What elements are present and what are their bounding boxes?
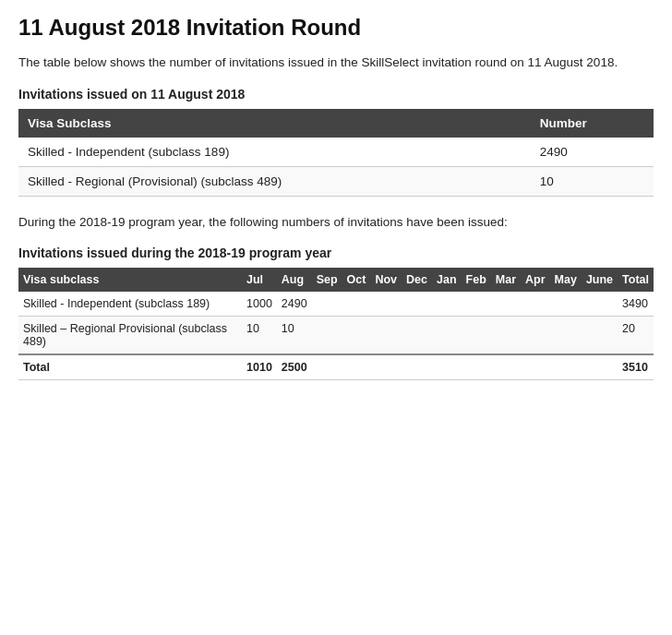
- col-header-oct: Oct: [342, 268, 371, 292]
- table-row: Skilled – Regional Provisional (subclass…: [18, 316, 654, 354]
- cell-total: 3510: [618, 354, 654, 380]
- cell-jul: 1000: [242, 292, 277, 317]
- cell-may: [550, 316, 582, 354]
- cell-aug: 2500: [277, 354, 312, 380]
- cell-jan: [432, 292, 462, 317]
- cell-june: [582, 292, 618, 317]
- cell-jan: [432, 354, 462, 380]
- section1-label: Invitations issued on 11 August 2018: [18, 87, 654, 102]
- cell-visa: Skilled – Regional Provisional (subclass…: [18, 316, 242, 354]
- col-header-number: Number: [531, 109, 654, 138]
- cell-aug: 10: [277, 316, 312, 354]
- cell-may: [550, 354, 582, 380]
- cell-apr: [521, 316, 550, 354]
- cell-visa-subclass: Skilled - Independent (subclass 189): [18, 138, 531, 167]
- cell-apr: [521, 292, 550, 317]
- cell-jul: 1010: [242, 354, 277, 380]
- cell-oct: [342, 354, 371, 380]
- col-header-jan: Jan: [432, 268, 462, 292]
- cell-nov: [370, 354, 402, 380]
- table-row: Total101025003510: [18, 354, 654, 380]
- cell-apr: [521, 354, 550, 380]
- table-row: Skilled - Independent (subclass 189)2490: [18, 138, 654, 167]
- col-header-may: May: [550, 268, 582, 292]
- cell-may: [550, 292, 582, 317]
- table-row: Skilled - Independent (subclass 189)1000…: [18, 292, 654, 317]
- cell-dec: [402, 316, 432, 354]
- table-row: Skilled - Regional (Provisional) (subcla…: [18, 167, 654, 197]
- col-header-dec: Dec: [402, 268, 432, 292]
- col-header-feb: Feb: [462, 268, 491, 292]
- col-header-mar: Mar: [491, 268, 521, 292]
- page-title: 11 August 2018 Invitation Round: [18, 15, 654, 41]
- cell-visa: Total: [18, 354, 242, 380]
- between-paragraph: During the 2018-19 program year, the fol…: [18, 213, 654, 232]
- cell-oct: [342, 316, 371, 354]
- cell-sep: [312, 292, 342, 317]
- cell-feb: [462, 292, 491, 317]
- cell-total: 20: [618, 316, 654, 354]
- invitations-table-2: Visa subclassJulAugSepOctNovDecJanFebMar…: [18, 268, 654, 380]
- cell-sep: [312, 354, 342, 380]
- cell-june: [582, 354, 618, 380]
- cell-number: 2490: [531, 138, 654, 167]
- col-header-june: June: [582, 268, 618, 292]
- cell-visa: Skilled - Independent (subclass 189): [18, 292, 242, 317]
- cell-nov: [370, 292, 402, 317]
- cell-oct: [342, 292, 371, 317]
- intro-paragraph: The table below shows the number of invi…: [18, 54, 654, 72]
- cell-dec: [402, 354, 432, 380]
- col-header-visa-subclass: Visa Subclass: [18, 109, 531, 138]
- col-header-visa-subclass: Visa subclass: [18, 268, 242, 292]
- cell-feb: [462, 354, 491, 380]
- invitations-table-1: Visa Subclass Number Skilled - Independe…: [18, 109, 654, 197]
- cell-feb: [462, 316, 491, 354]
- cell-sep: [312, 316, 342, 354]
- col-header-nov: Nov: [370, 268, 402, 292]
- cell-jan: [432, 316, 462, 354]
- cell-mar: [491, 292, 521, 317]
- col-header-jul: Jul: [242, 268, 277, 292]
- cell-mar: [491, 354, 521, 380]
- cell-number: 10: [531, 167, 654, 197]
- cell-june: [582, 316, 618, 354]
- cell-nov: [370, 316, 402, 354]
- section2-label: Invitations issued during the 2018-19 pr…: [18, 246, 654, 260]
- col-header-apr: Apr: [521, 268, 550, 292]
- cell-visa-subclass: Skilled - Regional (Provisional) (subcla…: [18, 167, 531, 197]
- cell-mar: [491, 316, 521, 354]
- col-header-total: Total: [618, 268, 654, 292]
- col-header-aug: Aug: [277, 268, 312, 292]
- cell-aug: 2490: [277, 292, 312, 317]
- cell-dec: [402, 292, 432, 317]
- cell-total: 3490: [618, 292, 654, 317]
- cell-jul: 10: [242, 316, 277, 354]
- col-header-sep: Sep: [312, 268, 342, 292]
